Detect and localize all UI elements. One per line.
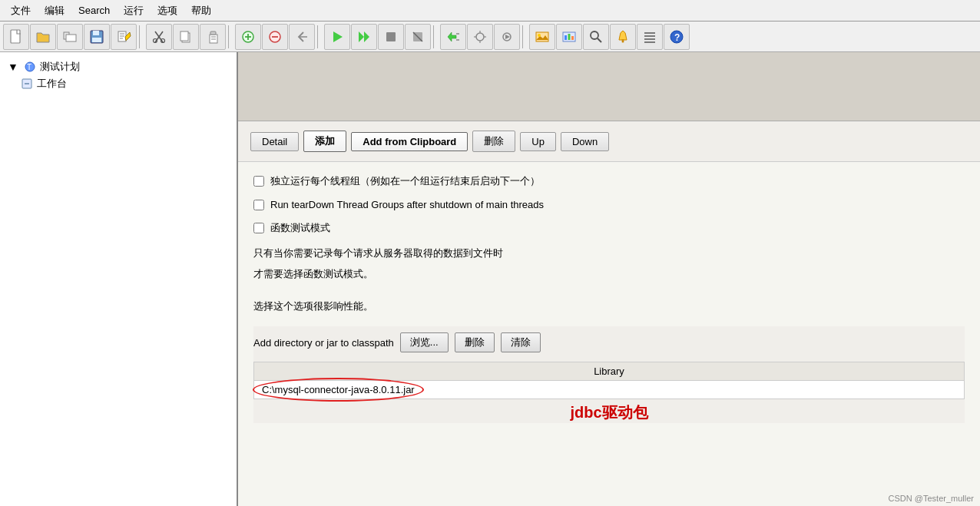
svg-point-50 xyxy=(591,31,598,39)
sep2 xyxy=(228,25,233,48)
workbench-icon xyxy=(20,77,34,91)
add-btn[interactable]: 添加 xyxy=(303,131,346,152)
jar-path-text: C:\mysql-connector-java-8.0.11.jar xyxy=(262,384,415,395)
content-area: 独立运行每个线程组（例如在一个组运行结束后启动下一个） Run tearDown… xyxy=(238,162,980,506)
svg-rect-4 xyxy=(93,31,99,35)
menu-run[interactable]: 运行 xyxy=(118,2,150,19)
classpath-section: Add directory or jar to classpath 浏览... … xyxy=(253,326,965,423)
info-text-3: 选择这个选项很影响性能。 xyxy=(253,299,965,315)
svg-marker-27 xyxy=(333,31,343,42)
sep3 xyxy=(317,25,322,48)
menu-help[interactable]: 帮助 xyxy=(185,2,217,19)
copy-btn[interactable] xyxy=(173,24,199,50)
expand-icon: ▼ xyxy=(6,60,20,74)
list-btn[interactable] xyxy=(637,24,663,50)
menubar: 文件 编辑 Search 运行 选项 帮助 xyxy=(0,0,980,21)
left-panel: ▼ T 测试计划 工作台 xyxy=(0,52,238,506)
svg-rect-43 xyxy=(536,32,548,41)
svg-point-45 xyxy=(538,34,541,37)
classpath-delete-btn[interactable]: 删除 xyxy=(455,332,495,352)
library-cell: C:\mysql-connector-java-8.0.11.jar xyxy=(254,381,965,399)
info-text-1: 只有当你需要记录每个请求从服务器取得的数据到文件时 xyxy=(253,246,965,262)
jar-path-highlight: C:\mysql-connector-java-8.0.11.jar xyxy=(262,384,415,395)
delete-btn[interactable]: 删除 xyxy=(472,131,515,152)
action-btn-row: Detail 添加 Add from Clipboard 删除 Up Down xyxy=(238,121,980,162)
paste-btn[interactable] xyxy=(200,24,226,50)
svg-rect-48 xyxy=(568,34,571,40)
classpath-label: Add directory or jar to classpath xyxy=(253,337,394,349)
back-btn[interactable] xyxy=(289,24,315,50)
open-folder-btn[interactable] xyxy=(30,24,56,50)
bell-btn[interactable] xyxy=(610,24,636,50)
add-node-btn[interactable] xyxy=(235,24,261,50)
remote3-btn[interactable] xyxy=(494,24,520,50)
svg-marker-28 xyxy=(359,31,364,42)
svg-marker-29 xyxy=(364,31,369,42)
svg-point-36 xyxy=(476,33,484,41)
cut-btn[interactable] xyxy=(146,24,172,50)
svg-line-51 xyxy=(598,38,601,42)
new-file-btn[interactable] xyxy=(3,24,29,50)
checkbox-row-1: 独立运行每个线程组（例如在一个组运行结束后启动下一个） xyxy=(253,174,965,188)
menu-options[interactable]: 选项 xyxy=(151,2,184,19)
svg-marker-42 xyxy=(505,35,510,39)
run-all-btn[interactable] xyxy=(351,24,377,50)
add-clipboard-btn[interactable]: Add from Clipboard xyxy=(351,132,468,151)
tree-item-test-plan[interactable]: ▼ T 测试计划 xyxy=(3,58,233,75)
svg-rect-0 xyxy=(11,30,20,43)
browse-btn[interactable]: 浏览... xyxy=(400,332,449,352)
run-btn[interactable] xyxy=(324,24,350,50)
classpath-clear-btn[interactable]: 清除 xyxy=(501,332,541,352)
remove-node-btn[interactable] xyxy=(262,24,288,50)
library-table: Library C:\mysql-connector-java-8.0.11.j… xyxy=(253,362,965,399)
main-layout: ▼ T 测试计划 工作台 Detail 添加 Add from Clipboar… xyxy=(0,52,980,506)
library-header: Library xyxy=(254,362,965,381)
menu-edit[interactable]: 编辑 xyxy=(38,2,71,19)
svg-rect-18 xyxy=(210,31,216,35)
menu-file[interactable]: 文件 xyxy=(5,2,37,19)
library-row: C:\mysql-connector-java-8.0.11.jar xyxy=(254,381,965,399)
sep1 xyxy=(139,25,144,48)
checkbox-2[interactable] xyxy=(253,200,264,210)
checkbox-3[interactable] xyxy=(253,223,264,233)
checkbox-2-label: Run tearDown Thread Groups after shutdow… xyxy=(270,199,544,210)
svg-text:T: T xyxy=(27,63,31,71)
checkbox-1[interactable] xyxy=(253,176,264,187)
down-btn[interactable]: Down xyxy=(561,132,609,151)
sep5 xyxy=(522,25,527,48)
tree-item-workbench[interactable]: 工作台 xyxy=(3,75,233,92)
img2-btn[interactable] xyxy=(556,24,582,50)
svg-rect-2 xyxy=(66,35,76,41)
toolbar: ? xyxy=(0,21,980,52)
checkbox-row-3: 函数测试模式 xyxy=(253,221,965,235)
info-text-2: 才需要选择函数测试模式。 xyxy=(253,266,965,283)
save-btn[interactable] xyxy=(84,24,110,50)
open2-btn[interactable] xyxy=(57,24,83,50)
detail-btn[interactable]: Detail xyxy=(250,132,299,151)
remote2-btn[interactable] xyxy=(467,24,493,50)
svg-marker-33 xyxy=(448,32,456,41)
up-btn[interactable]: Up xyxy=(520,132,556,151)
svg-rect-47 xyxy=(564,35,567,40)
menu-search[interactable]: Search xyxy=(72,3,116,18)
edit-btn[interactable] xyxy=(111,24,137,50)
stop2-btn[interactable] xyxy=(405,24,431,50)
svg-text:?: ? xyxy=(674,32,680,43)
stop-btn[interactable] xyxy=(378,24,404,50)
help-btn[interactable]: ? xyxy=(664,24,690,50)
svg-rect-5 xyxy=(92,38,101,42)
search-icon-btn[interactable] xyxy=(583,24,609,50)
right-panel: Detail 添加 Add from Clipboard 删除 Up Down … xyxy=(238,52,980,506)
remote1-btn[interactable] xyxy=(440,24,466,50)
svg-rect-16 xyxy=(180,31,188,41)
sep4 xyxy=(433,25,438,48)
svg-rect-30 xyxy=(386,32,396,41)
csdn-watermark: CSDN @Tester_muller xyxy=(889,494,974,503)
test-plan-label: 测试计划 xyxy=(40,60,80,74)
test-plan-icon: T xyxy=(23,60,37,74)
right-top-bar xyxy=(238,52,980,121)
img1-btn[interactable] xyxy=(529,24,555,50)
jdbc-annotation: jdbc驱动包 xyxy=(253,402,965,423)
workbench-label: 工作台 xyxy=(37,77,67,91)
classpath-header: Add directory or jar to classpath 浏览... … xyxy=(253,326,965,359)
